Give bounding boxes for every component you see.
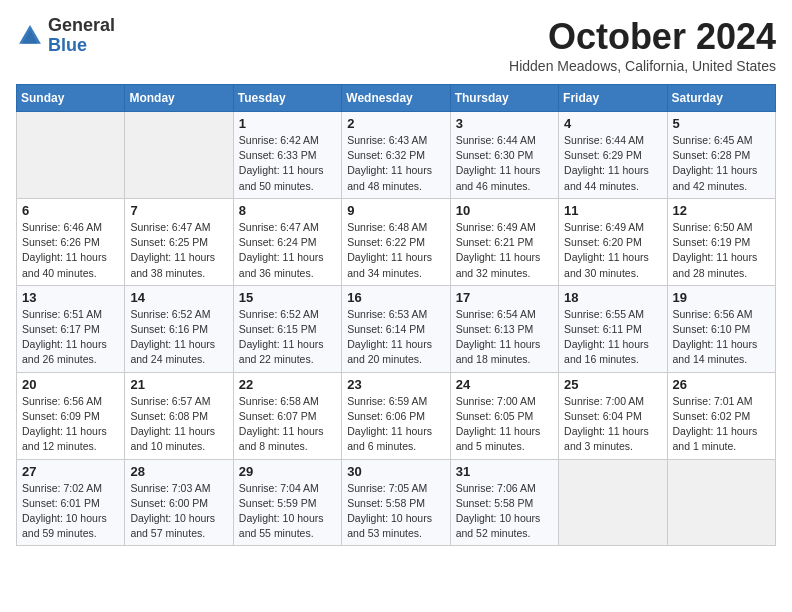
day-number: 9 (347, 203, 444, 218)
day-number: 21 (130, 377, 227, 392)
calendar-cell: 24Sunrise: 7:00 AM Sunset: 6:05 PM Dayli… (450, 372, 558, 459)
day-number: 31 (456, 464, 553, 479)
calendar-cell (125, 112, 233, 199)
calendar-cell: 26Sunrise: 7:01 AM Sunset: 6:02 PM Dayli… (667, 372, 775, 459)
calendar-cell: 17Sunrise: 6:54 AM Sunset: 6:13 PM Dayli… (450, 285, 558, 372)
day-info: Sunrise: 6:52 AM Sunset: 6:15 PM Dayligh… (239, 307, 336, 368)
day-number: 7 (130, 203, 227, 218)
title-area: October 2024 Hidden Meadows, California,… (509, 16, 776, 74)
calendar-table: SundayMondayTuesdayWednesdayThursdayFrid… (16, 84, 776, 546)
day-info: Sunrise: 6:42 AM Sunset: 6:33 PM Dayligh… (239, 133, 336, 194)
calendar-cell: 10Sunrise: 6:49 AM Sunset: 6:21 PM Dayli… (450, 198, 558, 285)
day-info: Sunrise: 7:05 AM Sunset: 5:58 PM Dayligh… (347, 481, 444, 542)
day-number: 24 (456, 377, 553, 392)
day-number: 15 (239, 290, 336, 305)
day-info: Sunrise: 6:55 AM Sunset: 6:11 PM Dayligh… (564, 307, 661, 368)
day-number: 1 (239, 116, 336, 131)
day-number: 17 (456, 290, 553, 305)
calendar-cell: 23Sunrise: 6:59 AM Sunset: 6:06 PM Dayli… (342, 372, 450, 459)
day-info: Sunrise: 6:47 AM Sunset: 6:24 PM Dayligh… (239, 220, 336, 281)
day-number: 22 (239, 377, 336, 392)
logo: General Blue (16, 16, 115, 56)
day-info: Sunrise: 6:48 AM Sunset: 6:22 PM Dayligh… (347, 220, 444, 281)
day-number: 19 (673, 290, 770, 305)
day-number: 28 (130, 464, 227, 479)
calendar-day-header: Tuesday (233, 85, 341, 112)
day-number: 5 (673, 116, 770, 131)
calendar-day-header: Friday (559, 85, 667, 112)
day-info: Sunrise: 6:45 AM Sunset: 6:28 PM Dayligh… (673, 133, 770, 194)
calendar-week-row: 13Sunrise: 6:51 AM Sunset: 6:17 PM Dayli… (17, 285, 776, 372)
calendar-cell: 1Sunrise: 6:42 AM Sunset: 6:33 PM Daylig… (233, 112, 341, 199)
day-info: Sunrise: 7:00 AM Sunset: 6:05 PM Dayligh… (456, 394, 553, 455)
day-info: Sunrise: 6:51 AM Sunset: 6:17 PM Dayligh… (22, 307, 119, 368)
day-number: 16 (347, 290, 444, 305)
calendar-week-row: 27Sunrise: 7:02 AM Sunset: 6:01 PM Dayli… (17, 459, 776, 546)
calendar-cell: 19Sunrise: 6:56 AM Sunset: 6:10 PM Dayli… (667, 285, 775, 372)
calendar-week-row: 1Sunrise: 6:42 AM Sunset: 6:33 PM Daylig… (17, 112, 776, 199)
month-title: October 2024 (509, 16, 776, 58)
day-number: 30 (347, 464, 444, 479)
calendar-cell: 5Sunrise: 6:45 AM Sunset: 6:28 PM Daylig… (667, 112, 775, 199)
calendar-cell: 18Sunrise: 6:55 AM Sunset: 6:11 PM Dayli… (559, 285, 667, 372)
day-number: 13 (22, 290, 119, 305)
day-info: Sunrise: 6:52 AM Sunset: 6:16 PM Dayligh… (130, 307, 227, 368)
day-info: Sunrise: 6:56 AM Sunset: 6:10 PM Dayligh… (673, 307, 770, 368)
calendar-cell: 4Sunrise: 6:44 AM Sunset: 6:29 PM Daylig… (559, 112, 667, 199)
day-number: 23 (347, 377, 444, 392)
calendar-cell: 28Sunrise: 7:03 AM Sunset: 6:00 PM Dayli… (125, 459, 233, 546)
day-info: Sunrise: 6:46 AM Sunset: 6:26 PM Dayligh… (22, 220, 119, 281)
day-number: 12 (673, 203, 770, 218)
day-number: 25 (564, 377, 661, 392)
logo-text: General Blue (48, 16, 115, 56)
calendar-cell (559, 459, 667, 546)
day-info: Sunrise: 6:50 AM Sunset: 6:19 PM Dayligh… (673, 220, 770, 281)
day-info: Sunrise: 6:58 AM Sunset: 6:07 PM Dayligh… (239, 394, 336, 455)
calendar-cell: 13Sunrise: 6:51 AM Sunset: 6:17 PM Dayli… (17, 285, 125, 372)
calendar-cell: 31Sunrise: 7:06 AM Sunset: 5:58 PM Dayli… (450, 459, 558, 546)
calendar-cell: 6Sunrise: 6:46 AM Sunset: 6:26 PM Daylig… (17, 198, 125, 285)
logo-icon (16, 22, 44, 50)
page-header: General Blue October 2024 Hidden Meadows… (16, 16, 776, 74)
day-number: 27 (22, 464, 119, 479)
calendar-cell: 7Sunrise: 6:47 AM Sunset: 6:25 PM Daylig… (125, 198, 233, 285)
calendar-cell: 25Sunrise: 7:00 AM Sunset: 6:04 PM Dayli… (559, 372, 667, 459)
day-number: 8 (239, 203, 336, 218)
calendar-cell: 14Sunrise: 6:52 AM Sunset: 6:16 PM Dayli… (125, 285, 233, 372)
calendar-cell: 3Sunrise: 6:44 AM Sunset: 6:30 PM Daylig… (450, 112, 558, 199)
calendar-day-header: Monday (125, 85, 233, 112)
day-number: 11 (564, 203, 661, 218)
day-info: Sunrise: 6:59 AM Sunset: 6:06 PM Dayligh… (347, 394, 444, 455)
calendar-cell: 20Sunrise: 6:56 AM Sunset: 6:09 PM Dayli… (17, 372, 125, 459)
calendar-cell: 16Sunrise: 6:53 AM Sunset: 6:14 PM Dayli… (342, 285, 450, 372)
day-info: Sunrise: 7:04 AM Sunset: 5:59 PM Dayligh… (239, 481, 336, 542)
day-number: 18 (564, 290, 661, 305)
day-number: 4 (564, 116, 661, 131)
calendar-cell: 15Sunrise: 6:52 AM Sunset: 6:15 PM Dayli… (233, 285, 341, 372)
day-info: Sunrise: 7:00 AM Sunset: 6:04 PM Dayligh… (564, 394, 661, 455)
calendar-cell: 30Sunrise: 7:05 AM Sunset: 5:58 PM Dayli… (342, 459, 450, 546)
day-number: 29 (239, 464, 336, 479)
calendar-cell: 27Sunrise: 7:02 AM Sunset: 6:01 PM Dayli… (17, 459, 125, 546)
calendar-cell (17, 112, 125, 199)
calendar-cell: 9Sunrise: 6:48 AM Sunset: 6:22 PM Daylig… (342, 198, 450, 285)
calendar-cell: 8Sunrise: 6:47 AM Sunset: 6:24 PM Daylig… (233, 198, 341, 285)
calendar-cell: 29Sunrise: 7:04 AM Sunset: 5:59 PM Dayli… (233, 459, 341, 546)
day-info: Sunrise: 6:56 AM Sunset: 6:09 PM Dayligh… (22, 394, 119, 455)
day-number: 20 (22, 377, 119, 392)
calendar-day-header: Wednesday (342, 85, 450, 112)
calendar-week-row: 20Sunrise: 6:56 AM Sunset: 6:09 PM Dayli… (17, 372, 776, 459)
day-number: 14 (130, 290, 227, 305)
day-info: Sunrise: 7:03 AM Sunset: 6:00 PM Dayligh… (130, 481, 227, 542)
day-info: Sunrise: 7:01 AM Sunset: 6:02 PM Dayligh… (673, 394, 770, 455)
day-info: Sunrise: 6:49 AM Sunset: 6:20 PM Dayligh… (564, 220, 661, 281)
calendar-day-header: Saturday (667, 85, 775, 112)
day-info: Sunrise: 7:06 AM Sunset: 5:58 PM Dayligh… (456, 481, 553, 542)
calendar-cell: 22Sunrise: 6:58 AM Sunset: 6:07 PM Dayli… (233, 372, 341, 459)
calendar-cell: 21Sunrise: 6:57 AM Sunset: 6:08 PM Dayli… (125, 372, 233, 459)
calendar-day-header: Sunday (17, 85, 125, 112)
day-info: Sunrise: 6:49 AM Sunset: 6:21 PM Dayligh… (456, 220, 553, 281)
day-number: 2 (347, 116, 444, 131)
day-info: Sunrise: 6:47 AM Sunset: 6:25 PM Dayligh… (130, 220, 227, 281)
calendar-cell: 2Sunrise: 6:43 AM Sunset: 6:32 PM Daylig… (342, 112, 450, 199)
